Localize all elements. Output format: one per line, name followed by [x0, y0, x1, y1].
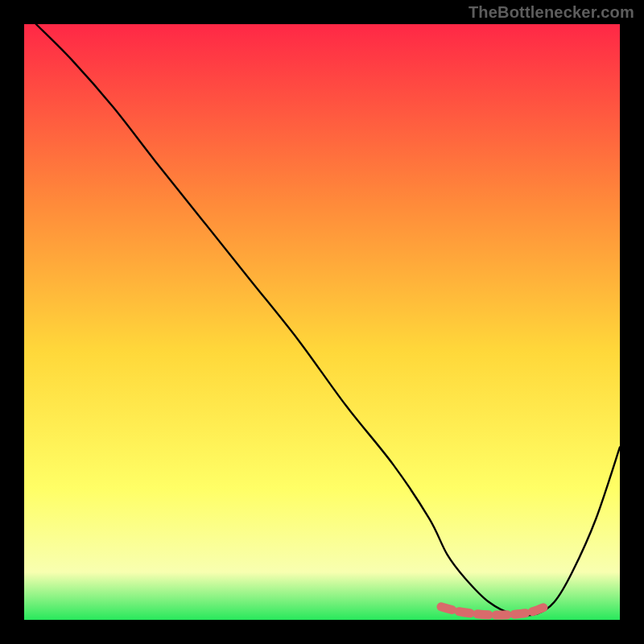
watermark-text: TheBottlenecker.com: [469, 3, 634, 22]
chart-svg: [0, 0, 644, 644]
gradient-background: [24, 24, 620, 620]
chart-container: TheBottlenecker.com: [0, 0, 644, 644]
